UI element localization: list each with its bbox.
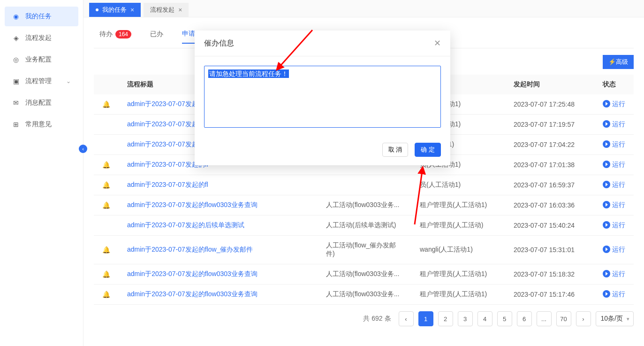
close-icon[interactable]: ✕ <box>434 38 441 48</box>
play-icon <box>603 140 610 148</box>
status-cell[interactable]: 运行 <box>594 94 634 115</box>
pagination-page-5[interactable]: 5 <box>497 311 512 326</box>
status-cell[interactable]: 运行 <box>594 155 634 175</box>
sidebar-item-4[interactable]: ✉消息配置 <box>5 93 78 113</box>
time-cell: 2023-07-07 15:31:01 <box>505 236 594 264</box>
sidebar-item-label: 我的任务 <box>25 12 52 21</box>
page-tab-1[interactable]: 流程发起× <box>144 3 189 17</box>
task-title-link[interactable]: admin于2023-07-07发起的flow0303业务查询 <box>127 290 258 298</box>
task-title-link[interactable]: admin于2023-07-07发起的flow0303业务查询 <box>127 270 258 277</box>
play-icon <box>603 221 610 229</box>
subtab-1[interactable]: 已办 <box>150 27 163 43</box>
urge-modal: 催办信息 ✕ 请加急处理当前流程任务！ 取 消 确 定 <box>195 31 450 165</box>
urge-message-textarea[interactable]: 请加急处理当前流程任务！ <box>204 66 441 128</box>
pagination-page-1[interactable]: 1 <box>418 311 433 326</box>
page-tab-label: 我的任务 <box>102 6 127 14</box>
subtab-2[interactable]: 申请 <box>182 27 195 44</box>
send-icon: ◈ <box>12 34 20 42</box>
owner-cell: 租户管理员(人工活动) <box>411 215 505 236</box>
modal-title: 催办信息 <box>204 38 234 48</box>
time-cell: 2023-07-07 15:40:24 <box>505 215 594 236</box>
sidebar-item-2[interactable]: ◎业务配置 <box>5 50 78 69</box>
owner-cell: 租户管理员(人工活动1) <box>411 284 505 305</box>
page-tab-label: 流程发起 <box>150 6 174 14</box>
subtab-label: 申请 <box>182 30 195 38</box>
sidebar-item-label: 业务配置 <box>25 55 52 64</box>
sidebar-item-label: 流程发起 <box>25 34 52 42</box>
activity-cell: 人工活动(flow_催办发邮件) <box>318 236 411 264</box>
play-icon <box>603 181 610 188</box>
close-icon[interactable]: × <box>130 6 134 14</box>
box-icon: ▣ <box>12 77 20 85</box>
bell-icon[interactable]: 🔔 <box>102 161 110 169</box>
bell-icon[interactable]: 🔔 <box>102 246 110 254</box>
modal-header: 催办信息 ✕ <box>195 31 450 56</box>
sidebar-item-3[interactable]: ▣流程管理⌄ <box>5 71 78 91</box>
table-row: 🔔 admin于2023-07-07发起的flow0303业务查询 人工活动(f… <box>94 264 634 284</box>
status-cell[interactable]: 运行 <box>594 284 634 305</box>
play-icon <box>603 120 610 128</box>
time-cell: 2023-07-07 17:25:48 <box>505 94 594 115</box>
status-cell[interactable]: 运行 <box>594 195 634 215</box>
activity-cell: 人工活动(flow0303业务... <box>318 264 411 284</box>
play-icon <box>603 161 610 168</box>
pagination-next[interactable]: › <box>576 311 591 326</box>
owner-cell: wangli(人工活动1) <box>411 236 505 264</box>
activity-cell: 人工活动(flow0303业务... <box>318 195 411 215</box>
table-row: 🔔 admin于2023-07-07发起的fl 员(人工活动1) 2023-07… <box>94 175 634 195</box>
status-cell[interactable]: 运行 <box>594 236 634 264</box>
gear-icon: ◎ <box>12 56 20 63</box>
sidebar-item-1[interactable]: ◈流程发起 <box>5 28 78 48</box>
status-cell[interactable]: 运行 <box>594 135 634 155</box>
task-title-link[interactable]: admin于2023-07-07发起的后续单选测试 <box>127 221 244 229</box>
close-icon[interactable]: × <box>178 6 182 14</box>
pagination: 共 692 条 ‹ 123456...70 › 10条/页 <box>94 305 634 326</box>
lightning-icon: ⚡ <box>608 58 616 65</box>
active-dot-icon <box>96 8 98 11</box>
play-icon <box>603 290 610 298</box>
play-icon <box>603 201 610 208</box>
table-row: admin于2023-07-07发起的后续单选测试 人工活动(后续单选测试) 租… <box>94 215 634 236</box>
owner-cell: 员(人工活动1) <box>411 175 505 195</box>
pagination-page-2[interactable]: 2 <box>438 311 453 326</box>
time-cell: 2023-07-07 17:01:38 <box>505 155 594 175</box>
pagination-page-6[interactable]: 6 <box>517 311 532 326</box>
pagination-page-size[interactable]: 10条/页 <box>596 311 634 326</box>
page-tab-0[interactable]: 我的任务× <box>89 3 141 17</box>
pagination-page-3[interactable]: 3 <box>458 311 473 326</box>
bell-icon[interactable]: 🔔 <box>102 291 110 298</box>
activity-cell: 人工活动(后续单选测试) <box>318 215 411 236</box>
confirm-button[interactable]: 确 定 <box>415 143 441 157</box>
advanced-button[interactable]: ⚡高级 <box>603 55 634 69</box>
page-tabbar: 我的任务×流程发起× <box>83 0 644 17</box>
status-cell[interactable]: 运行 <box>594 264 634 284</box>
play-icon <box>603 270 610 277</box>
table-row: 🔔 admin于2023-07-07发起的flow0303业务查询 人工活动(f… <box>94 284 634 305</box>
bell-icon[interactable]: 🔔 <box>102 270 110 278</box>
status-cell[interactable]: 运行 <box>594 215 634 236</box>
bell-icon[interactable]: 🔔 <box>102 181 110 189</box>
cancel-button[interactable]: 取 消 <box>382 143 409 157</box>
status-cell[interactable]: 运行 <box>594 175 634 195</box>
sidebar-item-0[interactable]: ◉我的任务 <box>5 7 78 26</box>
task-title-link[interactable]: admin于2023-07-07发起的flow0303业务查询 <box>127 201 258 208</box>
sidebar: ◉我的任务◈流程发起◎业务配置▣流程管理⌄✉消息配置⊞常用意见 ‹ <box>0 0 83 346</box>
pagination-prev[interactable]: ‹ <box>399 311 414 326</box>
time-cell: 2023-07-07 17:19:57 <box>505 115 594 135</box>
sidebar-item-5[interactable]: ⊞常用意见 <box>5 115 78 134</box>
sidebar-item-label: 流程管理 <box>25 77 52 85</box>
bell-icon[interactable]: 🔔 <box>102 201 110 209</box>
status-cell[interactable]: 运行 <box>594 115 634 135</box>
subtab-0[interactable]: 待办164 <box>99 27 131 43</box>
task-title-link[interactable]: admin于2023-07-07发起的flow_催办发邮件 <box>127 246 253 253</box>
play-icon <box>603 100 610 108</box>
pagination-page-70[interactable]: 70 <box>556 311 571 326</box>
task-title-link[interactable]: admin于2023-07-07发起的fl <box>127 181 208 188</box>
chevron-down-icon: ⌄ <box>66 78 71 85</box>
pagination-page-4[interactable]: 4 <box>477 311 492 326</box>
sidebar-collapse-handle[interactable]: ‹ <box>79 145 87 153</box>
plus-square-icon: ⊞ <box>12 121 20 128</box>
time-cell: 2023-07-07 16:03:36 <box>505 195 594 215</box>
bell-icon[interactable]: 🔔 <box>102 100 110 108</box>
sidebar-item-label: 消息配置 <box>25 99 52 107</box>
